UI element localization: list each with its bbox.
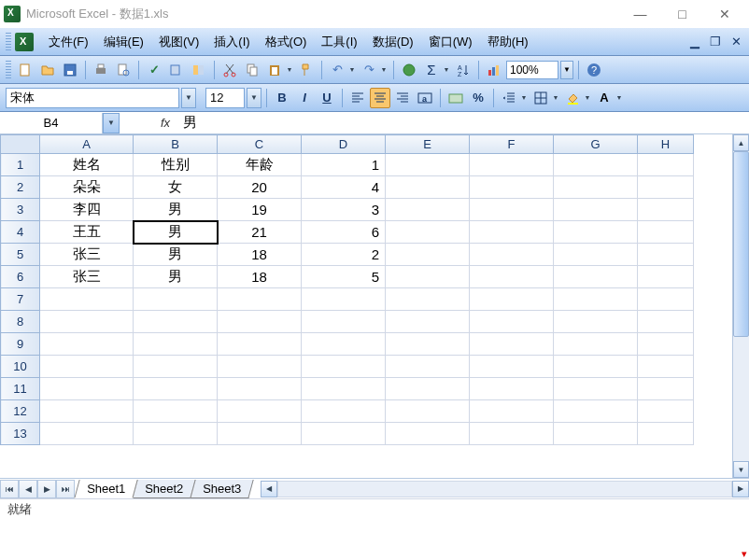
col-header-E[interactable]: E <box>386 135 470 154</box>
col-header-G[interactable]: G <box>554 135 638 154</box>
col-header-C[interactable]: C <box>218 135 302 154</box>
cell-A10[interactable] <box>40 356 134 378</box>
cell-F3[interactable] <box>470 199 554 221</box>
tab-nav-next[interactable]: ▶ <box>37 480 56 498</box>
new-button[interactable] <box>15 60 35 80</box>
cell-A12[interactable] <box>40 400 134 423</box>
col-header-D[interactable]: D <box>302 135 386 154</box>
vertical-scrollbar[interactable]: ▲ ▼ <box>732 134 749 478</box>
cell-A1[interactable]: 姓名 <box>40 154 134 176</box>
col-header-H[interactable]: H <box>638 135 694 154</box>
cell-F13[interactable] <box>470 423 554 445</box>
menu-edit[interactable]: 编辑(E) <box>96 30 151 54</box>
cell-E11[interactable] <box>386 378 470 400</box>
cell-B13[interactable] <box>134 423 218 445</box>
undo-button[interactable]: ↶ <box>327 60 347 80</box>
close-button[interactable]: ✕ <box>703 0 745 28</box>
cell-E9[interactable] <box>386 333 470 356</box>
percent-button[interactable]: % <box>468 88 488 108</box>
cell-E2[interactable] <box>386 176 470 199</box>
cell-F10[interactable] <box>470 356 554 378</box>
cell-C2[interactable]: 20 <box>218 176 302 199</box>
cell-E13[interactable] <box>386 423 470 445</box>
font-color-dropdown[interactable]: ▼ <box>615 88 624 108</box>
fill-color-dropdown[interactable]: ▼ <box>583 88 592 108</box>
cut-button[interactable] <box>219 60 240 80</box>
redo-dropdown[interactable]: ▼ <box>379 60 389 80</box>
cell-B12[interactable] <box>134 400 218 423</box>
menu-view[interactable]: 视图(V) <box>151 30 206 54</box>
cell-D10[interactable] <box>302 356 386 378</box>
horizontal-scrollbar[interactable]: ◀ ▶ <box>261 481 749 497</box>
cell-G10[interactable] <box>554 356 638 378</box>
research-button[interactable] <box>166 60 187 80</box>
cell-C10[interactable] <box>218 356 302 378</box>
menu-insert[interactable]: 插入(I) <box>206 30 257 54</box>
cell-F11[interactable] <box>470 378 554 400</box>
redo-button[interactable]: ↷ <box>359 60 379 80</box>
autosum-dropdown[interactable]: ▼ <box>442 60 451 80</box>
font-name-input[interactable]: 宋体 <box>6 88 179 108</box>
scroll-up-button[interactable]: ▲ <box>733 134 749 151</box>
sheet-tab-sheet1[interactable]: Sheet1 <box>74 480 138 498</box>
cell-E8[interactable] <box>386 311 470 333</box>
cell-F2[interactable] <box>470 176 554 199</box>
cell-E10[interactable] <box>386 356 470 378</box>
cell-F8[interactable] <box>470 311 554 333</box>
cell-D8[interactable] <box>302 311 386 333</box>
cell-E7[interactable] <box>386 288 470 311</box>
maximize-button[interactable]: □ <box>661 0 703 28</box>
formula-content[interactable]: 男 <box>179 114 197 132</box>
cell-C5[interactable]: 18 <box>218 244 302 266</box>
cell-D9[interactable] <box>302 333 386 356</box>
cell-B6[interactable]: 男 <box>134 266 218 288</box>
indent-dropdown[interactable]: ▼ <box>519 88 529 108</box>
italic-button[interactable]: I <box>294 88 315 108</box>
cell-B9[interactable] <box>134 333 218 356</box>
cell-B11[interactable] <box>134 378 218 400</box>
cell-C3[interactable]: 19 <box>218 199 302 221</box>
cell-G12[interactable] <box>554 400 638 423</box>
cell-E6[interactable] <box>386 266 470 288</box>
select-all-corner[interactable] <box>1 135 40 154</box>
cell-D5[interactable]: 2 <box>302 244 386 266</box>
minimize-button[interactable]: — <box>619 0 661 28</box>
cell-B8[interactable] <box>134 311 218 333</box>
row-header-9[interactable]: 9 <box>1 333 40 356</box>
cell-C11[interactable] <box>218 378 302 400</box>
cell-D13[interactable] <box>302 423 386 445</box>
font-name-dropdown[interactable]: ▼ <box>181 88 196 108</box>
align-right-button[interactable] <box>392 88 413 108</box>
cell-F12[interactable] <box>470 400 554 423</box>
print-button[interactable] <box>91 60 111 80</box>
menu-tools[interactable]: 工具(I) <box>314 30 364 54</box>
translate-button[interactable] <box>189 60 209 80</box>
cell-G1[interactable] <box>554 154 638 176</box>
cell-H8[interactable] <box>638 311 694 333</box>
cell-E4[interactable] <box>386 221 470 244</box>
cell-G4[interactable] <box>554 221 638 244</box>
mdi-minimize-button[interactable]: ▁ <box>687 35 702 49</box>
cell-E3[interactable] <box>386 199 470 221</box>
row-header-6[interactable]: 6 <box>1 266 40 288</box>
cell-E1[interactable] <box>386 154 470 176</box>
row-header-11[interactable]: 11 <box>1 378 40 400</box>
zoom-input[interactable]: 100% <box>506 61 558 79</box>
name-box-dropdown[interactable]: ▼ <box>103 113 120 133</box>
cell-F4[interactable] <box>470 221 554 244</box>
cell-F7[interactable] <box>470 288 554 311</box>
cell-C1[interactable]: 年龄 <box>218 154 302 176</box>
sheet-tab-sheet3[interactable]: Sheet3 <box>191 480 255 498</box>
cell-B3[interactable]: 男 <box>134 199 218 221</box>
scroll-down-button[interactable]: ▼ <box>733 461 749 478</box>
cell-E12[interactable] <box>386 400 470 423</box>
copy-button[interactable] <box>242 60 262 80</box>
cell-G8[interactable] <box>554 311 638 333</box>
tab-nav-prev[interactable]: ◀ <box>19 480 37 498</box>
cell-D4[interactable]: 6 <box>302 221 386 244</box>
cell-G11[interactable] <box>554 378 638 400</box>
scroll-left-button[interactable]: ◀ <box>261 481 277 497</box>
cell-B10[interactable] <box>134 356 218 378</box>
cell-D11[interactable] <box>302 378 386 400</box>
cell-C9[interactable] <box>218 333 302 356</box>
